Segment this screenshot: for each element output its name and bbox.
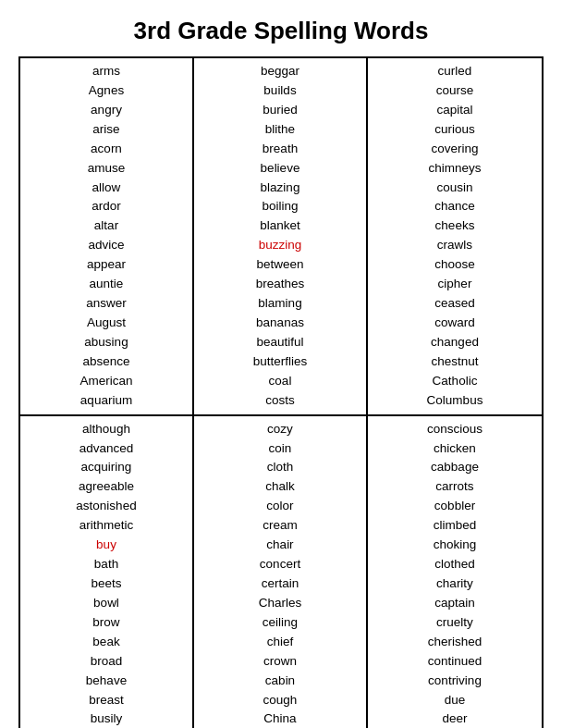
word: bath bbox=[94, 555, 118, 574]
word: beak bbox=[92, 633, 119, 652]
word: continued bbox=[428, 652, 483, 672]
word: conscious bbox=[427, 420, 483, 439]
word: buried bbox=[263, 101, 298, 120]
word: bananas bbox=[256, 314, 304, 333]
word: believe bbox=[261, 159, 300, 179]
word: chance bbox=[434, 197, 475, 216]
word: cherished bbox=[428, 633, 483, 652]
word: certain bbox=[262, 574, 299, 594]
word-grid: armsAgnesangryariseacornamuseallowardora… bbox=[18, 56, 544, 728]
word: contriving bbox=[428, 672, 482, 691]
word: coin bbox=[269, 439, 292, 459]
word: abusing bbox=[84, 333, 128, 352]
page-title: 3rd Grade Spelling Words bbox=[18, 9, 544, 56]
word: beggar bbox=[261, 62, 299, 81]
word: chair bbox=[266, 536, 293, 555]
col-0-2: curledcoursecapitalcuriouscoveringchimne… bbox=[368, 58, 542, 414]
word: butterflies bbox=[253, 352, 308, 372]
word: breathes bbox=[256, 275, 305, 294]
word: carrots bbox=[435, 477, 473, 497]
word: color bbox=[266, 497, 293, 516]
page: 3rd Grade Spelling Words armsAgnesangrya… bbox=[0, 0, 562, 728]
word: chicken bbox=[434, 439, 476, 459]
word: ceased bbox=[434, 294, 475, 314]
word: crown bbox=[263, 652, 297, 672]
word: although bbox=[82, 420, 130, 439]
word: cobbler bbox=[434, 497, 475, 516]
col-1-1: cozycoinclothchalkcolorcreamchairconcert… bbox=[194, 416, 368, 728]
word: aquarium bbox=[80, 391, 132, 411]
word: due bbox=[445, 691, 466, 710]
word: acquiring bbox=[81, 458, 132, 477]
word: chestnut bbox=[431, 352, 478, 372]
word: cheeks bbox=[435, 216, 475, 236]
word: blanket bbox=[260, 216, 300, 236]
word: buzzing bbox=[259, 236, 302, 255]
word: chalk bbox=[265, 477, 295, 497]
word: absence bbox=[82, 352, 129, 372]
word: August bbox=[87, 314, 126, 333]
word: altar bbox=[94, 216, 118, 236]
word: boiling bbox=[262, 197, 298, 216]
word: busily bbox=[91, 709, 123, 728]
word: coal bbox=[269, 372, 292, 391]
word: amuse bbox=[88, 159, 126, 179]
word: beets bbox=[91, 574, 121, 594]
word: cipher bbox=[438, 275, 472, 294]
word: advanced bbox=[79, 439, 134, 459]
word: beautiful bbox=[256, 333, 303, 352]
word: blithe bbox=[265, 120, 295, 140]
word: answer bbox=[86, 294, 127, 314]
word: concert bbox=[260, 555, 300, 574]
word: Columbus bbox=[427, 391, 483, 411]
word: course bbox=[436, 81, 474, 101]
word: chief bbox=[267, 633, 294, 652]
word: arithmetic bbox=[79, 516, 134, 536]
word: breast bbox=[89, 691, 124, 710]
word: curled bbox=[438, 62, 472, 81]
word: climbed bbox=[434, 516, 477, 536]
word: cabin bbox=[265, 672, 295, 691]
col-0-1: beggarbuildsburiedblithebreathbelievebla… bbox=[194, 58, 368, 414]
word: astonished bbox=[76, 497, 136, 516]
word: China bbox=[263, 709, 296, 728]
word: arise bbox=[92, 120, 119, 140]
word: advice bbox=[88, 236, 124, 255]
word: capital bbox=[436, 101, 472, 120]
word: blaming bbox=[258, 294, 301, 314]
word: deer bbox=[442, 709, 467, 728]
word: Catholic bbox=[433, 372, 478, 391]
grid-section-0: armsAgnesangryariseacornamuseallowardora… bbox=[20, 58, 542, 416]
word: breath bbox=[263, 140, 298, 159]
word: clothed bbox=[434, 555, 475, 574]
word: changed bbox=[431, 333, 479, 352]
word: choking bbox=[434, 536, 477, 555]
word: angry bbox=[91, 101, 122, 120]
word: builds bbox=[263, 81, 296, 101]
word: ardor bbox=[92, 197, 121, 216]
word: auntie bbox=[90, 275, 124, 294]
word: curious bbox=[434, 120, 475, 140]
word: appear bbox=[87, 255, 126, 275]
word: cloth bbox=[267, 458, 294, 477]
word: cozy bbox=[267, 420, 293, 439]
word: cream bbox=[263, 516, 298, 536]
word: chimneys bbox=[428, 159, 481, 179]
word: cough bbox=[263, 691, 298, 710]
word: cabbage bbox=[431, 458, 479, 477]
word: captain bbox=[434, 594, 475, 613]
word: between bbox=[256, 255, 303, 275]
word: agreeable bbox=[79, 477, 134, 497]
word: cousin bbox=[436, 179, 472, 198]
word: blazing bbox=[261, 179, 300, 198]
word: behave bbox=[86, 672, 127, 691]
word: choose bbox=[434, 255, 475, 275]
word: charity bbox=[436, 574, 473, 594]
word: coward bbox=[434, 314, 475, 333]
col-0-0: armsAgnesangryariseacornamuseallowardora… bbox=[20, 58, 194, 414]
word: arms bbox=[92, 62, 120, 81]
word: Agnes bbox=[89, 81, 124, 101]
col-1-0: althoughadvancedacquiringagreeableastoni… bbox=[20, 416, 194, 728]
word: bowl bbox=[93, 594, 119, 613]
word: ceiling bbox=[263, 613, 298, 633]
